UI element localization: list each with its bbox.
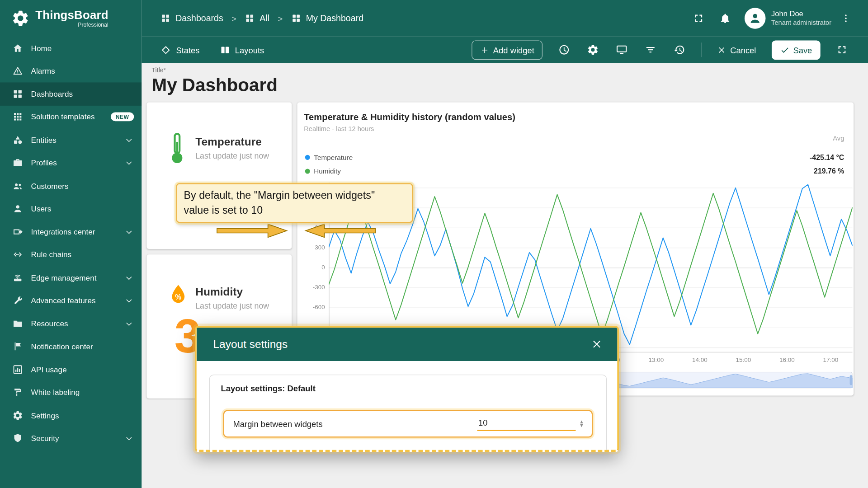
sidebar-item-label: Settings <box>31 411 59 420</box>
avatar[interactable] <box>745 8 766 29</box>
y-tick-label: -600 <box>298 304 325 311</box>
sidebar-item-rule-chains[interactable]: Rule chains <box>0 243 142 266</box>
grid-icon <box>12 89 23 99</box>
sidebar-item-label: Rule chains <box>31 250 72 259</box>
breadcrumb-label: My Dashboard <box>306 13 363 23</box>
sidebar-item-dashboards[interactable]: Dashboards <box>0 82 142 105</box>
user-name: John Doe <box>771 9 831 19</box>
dashboards-icon <box>160 13 170 23</box>
x-tick-label: 13:00 <box>644 357 668 363</box>
x-tick-label: 15:00 <box>731 357 755 363</box>
cancel-button[interactable]: Cancel <box>717 45 756 55</box>
breadcrumb-separator: > <box>231 14 236 23</box>
chart-avg-values: -425.14 °C219.76 % <box>810 150 844 178</box>
apichart-icon <box>12 364 23 375</box>
sidebar-item-profiles[interactable]: Profiles <box>0 151 142 174</box>
sidebar-item-users[interactable]: Users <box>0 197 142 221</box>
number-stepper[interactable]: ▲▼ <box>579 420 584 427</box>
sidebar-item-label: Advanced features <box>31 296 96 305</box>
chart-title: Temperature & Humidity history (random v… <box>304 112 515 122</box>
dialog-close-icon[interactable] <box>591 338 603 350</box>
expand-dashboard-icon[interactable] <box>836 44 848 56</box>
sidebar-item-integrations-center[interactable]: Integrations center <box>0 220 142 243</box>
briefcase-icon <box>12 157 23 168</box>
user-role: Tenant administrator <box>771 19 831 27</box>
layout-settings-form: Layout settings: Default Margin between … <box>209 375 607 452</box>
more-menu-icon[interactable] <box>840 12 851 24</box>
breadcrumb-my-dashboard[interactable]: My Dashboard <box>291 13 363 23</box>
notifications-icon[interactable] <box>719 12 731 24</box>
breadcrumb-dashboards[interactable]: Dashboards <box>160 13 223 23</box>
sidebar-item-alarms[interactable]: Alarms <box>0 60 142 83</box>
rulechain-icon <box>12 249 23 260</box>
sidebar-item-edge-management[interactable]: Edge management <box>0 266 142 289</box>
sidebar-item-settings[interactable]: Settings <box>0 404 142 427</box>
sidebar-item-label: Alarms <box>31 66 55 75</box>
dashboards-icon <box>245 13 255 23</box>
sidebar-item-label: Home <box>31 43 52 52</box>
y-tick-label: 0 <box>298 264 325 271</box>
check-icon <box>780 45 789 55</box>
sidebar-item-label: Solution templates <box>31 113 95 122</box>
svg-text:%: % <box>175 293 181 301</box>
sidebar-item-label: Integrations center <box>31 227 95 236</box>
chart-legend: TemperatureHumidity <box>305 150 353 178</box>
add-widget-label: Add widget <box>493 45 534 55</box>
user-info[interactable]: John Doe Tenant administrator <box>771 9 831 27</box>
tooltip-line1: By default, the "Margin between widgets" <box>184 188 406 203</box>
person-icon <box>748 11 763 25</box>
sidebar-item-advanced-features[interactable]: Advanced features <box>0 289 142 312</box>
widget-subtitle: Last update just now <box>195 152 269 161</box>
sidebar-item-white-labeling[interactable]: White labeling <box>0 381 142 404</box>
legend-item-temperature[interactable]: Temperature <box>305 150 353 164</box>
sidebar-item-label: Edge management <box>31 273 97 282</box>
sidebar-item-solution-templates[interactable]: Solution templatesNEW <box>0 105 142 128</box>
sidebar-item-label: Entities <box>31 136 57 145</box>
states-icon <box>160 45 171 55</box>
dashboards-icon <box>291 13 301 23</box>
sidebar-item-label: Dashboards <box>31 89 73 99</box>
sidebar-item-home[interactable]: Home <box>0 37 142 60</box>
section-title: Layout settings: Default <box>221 384 316 393</box>
sidebar-item-label: Users <box>31 204 52 213</box>
sidebar-item-label: Resources <box>31 319 68 328</box>
layouts-icon <box>220 45 230 55</box>
plus-icon <box>480 45 489 55</box>
x-tick-label: 17:00 <box>819 357 843 363</box>
entity-aliases-icon[interactable] <box>616 44 628 56</box>
apps-icon <box>12 111 23 122</box>
x-tick-label: 14:00 <box>688 357 712 363</box>
chevron-down-icon <box>124 433 134 443</box>
sidebar-item-notification-center[interactable]: Notification center <box>0 335 142 358</box>
margin-value-input[interactable] <box>477 417 576 431</box>
app-window: ThingsBoard Professional HomeAlarmsDashb… <box>0 0 868 488</box>
margin-between-widgets-field: Margin between widgets ▲▼ <box>223 410 593 437</box>
new-badge: NEW <box>111 113 134 122</box>
save-label: Save <box>793 45 812 55</box>
states-button[interactable]: States <box>160 45 199 55</box>
sidebar-item-label: Customers <box>31 181 69 190</box>
breadcrumb-label: All <box>259 13 269 23</box>
filters-icon[interactable] <box>644 44 656 56</box>
sidebar-item-resources[interactable]: Resources <box>0 312 142 335</box>
timewindow-icon[interactable] <box>558 44 570 56</box>
layouts-button[interactable]: Layouts <box>220 45 264 55</box>
version-control-icon[interactable] <box>673 44 685 56</box>
app-logo[interactable]: ThingsBoard Professional <box>0 0 142 37</box>
page-title[interactable]: My Dashboard <box>152 75 278 96</box>
chevron-down-icon <box>124 158 134 168</box>
fullscreen-icon[interactable] <box>693 12 705 24</box>
avg-value-temperature: -425.14 °C <box>810 150 844 164</box>
thermometer-icon <box>169 132 185 164</box>
breadcrumb-all[interactable]: All <box>245 13 269 23</box>
legend-item-humidity[interactable]: Humidity <box>305 164 353 178</box>
add-widget-button[interactable]: Add widget <box>472 40 542 60</box>
sidebar-item-api-usage[interactable]: API usage <box>0 358 142 381</box>
humidity-drop-icon: % <box>169 282 188 309</box>
save-button[interactable]: Save <box>772 40 821 60</box>
sidebar-item-security[interactable]: Security <box>0 427 142 450</box>
sidebar-item-label: Notification center <box>31 342 93 351</box>
sidebar-item-entities[interactable]: Entities <box>0 128 142 151</box>
dashboard-settings-icon[interactable] <box>587 44 599 56</box>
sidebar-item-customers[interactable]: Customers <box>0 174 142 197</box>
